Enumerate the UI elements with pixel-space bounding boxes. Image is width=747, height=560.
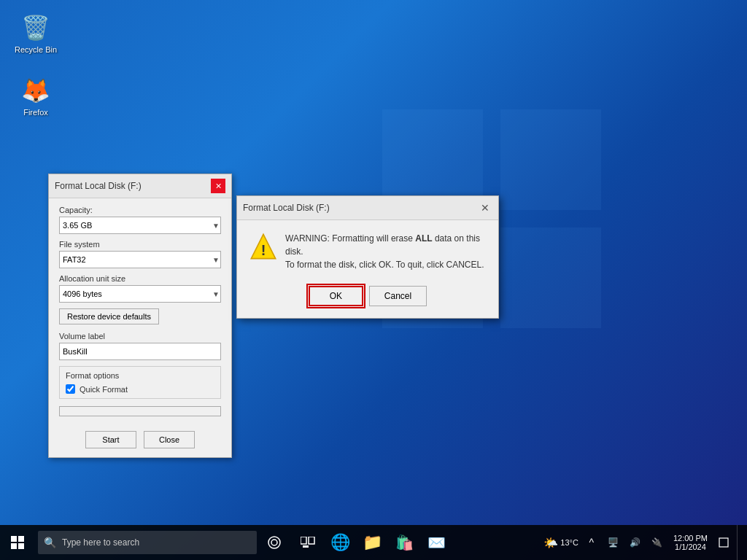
start-button[interactable] bbox=[0, 525, 35, 560]
quick-format-row: Quick Format bbox=[66, 384, 214, 394]
restore-defaults-button[interactable]: Restore device defaults bbox=[59, 308, 159, 324]
warning-text-all: ALL bbox=[415, 233, 432, 244]
filesystem-label: File system bbox=[59, 240, 221, 249]
recycle-bin-label: Recycle Bin bbox=[15, 45, 57, 54]
edge-browser-button[interactable]: 🌐 bbox=[324, 526, 356, 559]
start-button[interactable]: Start bbox=[85, 431, 136, 448]
svg-rect-8 bbox=[11, 543, 17, 549]
battery-icon[interactable]: 🔌 bbox=[649, 534, 666, 551]
filesystem-select[interactable]: FAT32 bbox=[59, 251, 221, 268]
svg-text:!: ! bbox=[261, 242, 266, 258]
format-dialog-footer: Start Close bbox=[49, 431, 231, 457]
format-dialog-body: Capacity: 3.65 GB ▼ File system FAT32 ▼ … bbox=[49, 198, 231, 431]
system-clock[interactable]: 12:00 PM 1/1/2024 bbox=[670, 534, 711, 551]
clock-time: 12:00 PM bbox=[673, 534, 708, 542]
network-icon[interactable]: 🖥️ bbox=[605, 534, 622, 551]
warning-message: WARNING: Formatting will erase ALL data … bbox=[285, 232, 487, 271]
warning-dialog-footer: OK Cancel bbox=[237, 283, 498, 318]
svg-rect-13 bbox=[309, 537, 314, 544]
taskbar-search-box[interactable]: 🔍 Type here to search bbox=[38, 531, 257, 554]
weather-widget[interactable]: 🌤️ 13°C bbox=[543, 536, 578, 550]
format-options-legend: Format options bbox=[66, 371, 214, 380]
volume-label-label: Volume label bbox=[59, 332, 221, 341]
allocation-label: Allocation unit size bbox=[59, 274, 221, 283]
svg-rect-6 bbox=[11, 536, 17, 542]
progress-bar bbox=[59, 406, 221, 416]
warning-dialog: Format Local Disk (F:) ✕ ! WARNING: Form… bbox=[236, 195, 499, 319]
tray-chevron[interactable]: ^ bbox=[583, 534, 600, 551]
allocation-select[interactable]: 4096 bytes bbox=[59, 285, 221, 303]
recycle-bin-icon[interactable]: 🗑️ Recycle Bin bbox=[10, 10, 61, 57]
quick-format-label[interactable]: Quick Format bbox=[80, 385, 128, 394]
svg-rect-1 bbox=[500, 109, 601, 210]
warning-triangle-icon: ! bbox=[249, 232, 275, 258]
allocation-select-wrapper: 4096 bytes ▼ bbox=[59, 285, 221, 303]
volume-label-input[interactable] bbox=[59, 343, 221, 360]
store-button[interactable]: 🛍️ bbox=[388, 526, 420, 559]
clock-date: 1/1/2024 bbox=[673, 542, 708, 551]
taskbar-tray: 🌤️ 13°C ^ 🖥️ 🔊 🔌 12:00 PM 1/1/2024 bbox=[538, 525, 747, 560]
svg-point-10 bbox=[268, 537, 280, 548]
capacity-label: Capacity: bbox=[59, 206, 221, 214]
desktop: 🗑️ Recycle Bin 🦊 Firefox Format Local Di… bbox=[0, 0, 747, 560]
warning-cancel-button[interactable]: Cancel bbox=[369, 286, 427, 306]
warning-ok-button[interactable]: OK bbox=[309, 286, 363, 306]
filesystem-select-wrapper: FAT32 ▼ bbox=[59, 251, 221, 268]
quick-format-checkbox[interactable] bbox=[66, 384, 75, 394]
svg-rect-3 bbox=[500, 228, 601, 328]
capacity-select-wrapper: 3.65 GB ▼ bbox=[59, 217, 221, 234]
format-dialog-title: Format Local Disk (F:) bbox=[55, 181, 142, 191]
weather-icon: 🌤️ bbox=[543, 536, 558, 550]
mail-button[interactable]: ✉️ bbox=[420, 526, 452, 559]
show-desktop-button[interactable] bbox=[737, 525, 741, 560]
taskbar: 🔍 Type here to search 🌐 📁 bbox=[0, 525, 747, 560]
notification-button[interactable] bbox=[715, 534, 732, 551]
warning-dialog-title: Format Local Disk (F:) bbox=[243, 203, 330, 213]
taskbar-apps: 🌐 📁 🛍️ ✉️ bbox=[292, 525, 538, 560]
warning-dialog-body: ! WARNING: Formatting will erase ALL dat… bbox=[237, 220, 498, 283]
svg-point-11 bbox=[271, 540, 277, 545]
format-disk-dialog: Format Local Disk (F:) ✕ Capacity: 3.65 … bbox=[48, 174, 232, 458]
format-dialog-titlebar: Format Local Disk (F:) ✕ bbox=[49, 174, 231, 198]
firefox-icon[interactable]: 🦊 Firefox bbox=[10, 73, 61, 120]
warning-text-part1: WARNING: Formatting will erase bbox=[285, 233, 415, 244]
svg-rect-14 bbox=[303, 545, 309, 548]
file-explorer-button[interactable]: 📁 bbox=[356, 526, 388, 559]
search-icon: 🔍 bbox=[44, 537, 56, 548]
capacity-select[interactable]: 3.65 GB bbox=[59, 217, 221, 234]
format-dialog-close-button[interactable]: ✕ bbox=[211, 179, 225, 193]
cortana-button[interactable] bbox=[260, 528, 289, 557]
firefox-label: Firefox bbox=[23, 108, 48, 117]
warning-dialog-titlebar: Format Local Disk (F:) ✕ bbox=[237, 196, 498, 220]
svg-rect-15 bbox=[719, 538, 728, 547]
warning-dialog-close-button[interactable]: ✕ bbox=[478, 201, 492, 215]
svg-rect-9 bbox=[18, 543, 24, 549]
volume-icon[interactable]: 🔊 bbox=[627, 534, 644, 551]
svg-rect-12 bbox=[301, 537, 306, 544]
format-options-group: Format options Quick Format bbox=[59, 366, 221, 399]
close-button[interactable]: Close bbox=[144, 431, 195, 448]
temperature: 13°C bbox=[560, 538, 578, 547]
task-view-button[interactable] bbox=[292, 526, 324, 559]
svg-rect-7 bbox=[18, 536, 24, 542]
search-placeholder: Type here to search bbox=[62, 537, 139, 548]
warning-text-part3: To format the disk, click OK. To quit, c… bbox=[285, 260, 484, 270]
